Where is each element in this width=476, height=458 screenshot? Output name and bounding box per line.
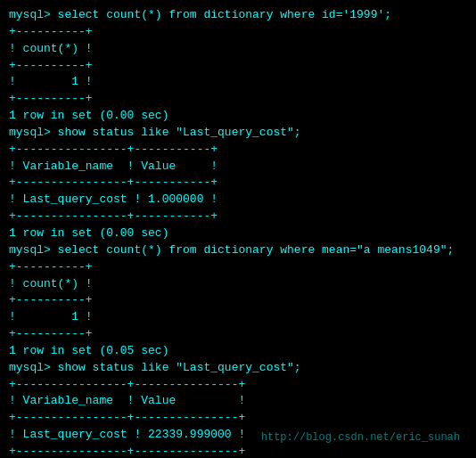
terminal-line: 1 row in set (0.00 sec) [9, 108, 467, 125]
terminal-line: +----------+ [9, 91, 467, 108]
terminal-line: +----------+ [9, 259, 467, 276]
terminal-line: 1 row in set (0.05 sec) [9, 343, 467, 360]
terminal-line: mysql> show status like "Last_query_cost… [9, 360, 467, 377]
terminal-line: +----------------+---------------+ [9, 444, 467, 458]
terminal-line: +----------------+---------------+ [9, 377, 467, 394]
terminal-line: mysql> show status like "Last_query_cost… [9, 125, 467, 142]
terminal-line: +----------+ [9, 292, 467, 309]
terminal-line: ! 1 ! [9, 74, 467, 91]
terminal-line: mysql> select count(*) from dictionary w… [9, 7, 467, 24]
terminal-line: +----------------+---------------+ [9, 410, 467, 427]
watermark: http://blog.csdn.net/eric_sunah [261, 431, 460, 444]
terminal-line: mysql> select count(*) from dictionary w… [9, 242, 467, 259]
terminal-line: +----------------+-----------+ [9, 209, 467, 225]
terminal-line: ! Variable_name ! Value ! [9, 159, 467, 176]
terminal-line: +----------------+-----------+ [9, 175, 467, 192]
terminal-line: +----------+ [9, 24, 467, 41]
terminal-line: ! count(*) ! [9, 41, 467, 58]
terminal-line: ! 1 ! [9, 309, 467, 326]
terminal-output: mysql> select count(*) from dictionary w… [9, 7, 467, 458]
terminal-line: ! Last_query_cost ! 1.000000 ! [9, 192, 467, 209]
terminal-line: +----------+ [9, 326, 467, 343]
terminal-line: ! Variable_name ! Value ! [9, 393, 467, 410]
terminal-line: +----------+ [9, 58, 467, 75]
terminal-line: +----------------+-----------+ [9, 142, 467, 159]
terminal-line: ! count(*) ! [9, 276, 467, 293]
terminal-window: mysql> select count(*) from dictionary w… [9, 7, 467, 451]
terminal-line: 1 row in set (0.00 sec) [9, 225, 467, 242]
